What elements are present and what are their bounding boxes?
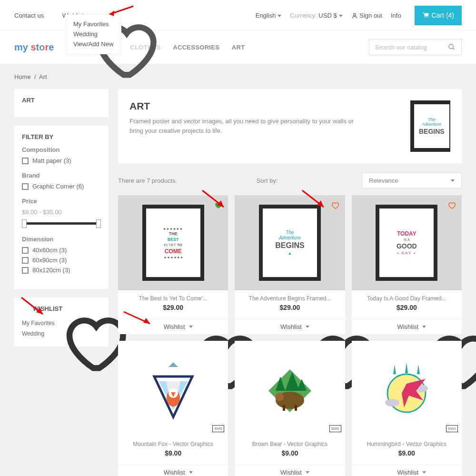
signout-link[interactable]: Sign out <box>351 12 382 20</box>
list-bar: There are 7 products. Sort by: Relevance <box>118 173 462 188</box>
search-icon <box>448 43 456 51</box>
svg-point-9 <box>385 399 399 407</box>
filter-d1[interactable]: 40x60cm (3) <box>22 247 101 254</box>
search-input[interactable]: Search our catalog <box>369 39 462 55</box>
wishlist-heart-icon[interactable] <box>331 201 339 209</box>
logo[interactable]: my store <box>14 42 54 53</box>
hero-image: TheAdventureBEGINS <box>410 100 450 152</box>
info-link[interactable]: Info <box>391 12 401 19</box>
add-wishlist-button[interactable]: Wishlist <box>118 465 228 476</box>
wishlist-dropdown: My Favorites Wedding View/Add New <box>65 14 121 54</box>
svg-rect-6 <box>283 405 285 411</box>
dropdown-item[interactable]: View/Add New <box>73 40 113 50</box>
svg-point-0 <box>353 14 356 16</box>
filter-graphic[interactable]: Graphic Corner (6) <box>22 183 101 190</box>
svg-rect-7 <box>295 405 297 411</box>
product-card[interactable]: ►►►►►►THEBESTIS YET TOCOME◄◄◄◄◄◄ The Bes… <box>118 195 228 334</box>
product-card[interactable]: TODAYIS AGOOD• DAY • Today Is A Good Day… <box>352 195 462 334</box>
sort-select[interactable]: Relevance <box>362 173 462 188</box>
currency-select[interactable]: Currency: USD $ <box>290 12 342 19</box>
add-wishlist-button[interactable]: Wishlist <box>235 319 345 334</box>
add-wishlist-button[interactable]: Wishlist <box>235 465 345 476</box>
contact-link[interactable]: Contact us <box>14 12 44 19</box>
add-wishlist-button[interactable]: Wishlist <box>352 319 462 334</box>
breadcrumb-art[interactable]: Art <box>39 73 47 80</box>
product-card[interactable]: SVG Mountain Fox - Vector Graphics$9.00 … <box>118 341 228 476</box>
product-card[interactable]: TheAdventureBEGINS▲ The Adventure Begins… <box>235 195 345 334</box>
nav-art[interactable]: ART <box>232 44 245 51</box>
topbar: Contact us Wishlist My Favorites Wedding… <box>0 0 476 30</box>
filter-box: FILTER BY Composition Matt paper (3) Bra… <box>14 126 109 289</box>
filter-d3[interactable]: 80x120cm (3) <box>22 267 101 274</box>
product-card[interactable]: SVG Brown Bear - Vector Graphics$9.00 Wi… <box>235 341 345 476</box>
product-grid: ►►►►►►THEBESTIS YET TOCOME◄◄◄◄◄◄ The Bes… <box>118 195 462 476</box>
price-slider[interactable] <box>22 219 101 228</box>
cart-button[interactable]: Cart (4) <box>415 6 462 25</box>
filter-d2[interactable]: 60x90cm (3) <box>22 257 101 264</box>
product-card[interactable]: SVG Hummingbird - Vector Graphics$9.00 W… <box>352 341 462 476</box>
filter-matt[interactable]: Matt paper (3) <box>22 157 101 164</box>
add-wishlist-button[interactable]: Wishlist <box>118 319 228 334</box>
category-hero: ARTFramed poster and vector images, all … <box>118 89 462 163</box>
svg-point-5 <box>275 393 284 401</box>
wishlist-sidebar: WISHLIST My Favorites Wedding <box>14 298 109 347</box>
language-select[interactable]: English <box>256 12 282 19</box>
sidebar: ART FILTER BY Composition Matt paper (3)… <box>14 89 109 476</box>
dropdown-item[interactable]: Wedding <box>73 30 113 40</box>
svg-point-1 <box>449 44 453 49</box>
heart-icon <box>22 306 29 312</box>
heart-icon <box>52 12 59 19</box>
product-content: ARTFramed poster and vector images, all … <box>118 89 462 476</box>
breadcrumb-home[interactable]: Home <box>14 73 31 80</box>
category-title-box: ART <box>14 89 109 117</box>
wishlist-heart-icon[interactable] <box>214 201 222 209</box>
hero-desc: Framed poster and vector images, all you… <box>129 117 358 135</box>
add-wishlist-button[interactable]: Wishlist <box>352 465 462 476</box>
main-content: Home / Art ART FILTER BY Composition Mat… <box>0 64 476 476</box>
dropdown-item[interactable]: My Favorites <box>73 20 113 30</box>
wishlist-heart-icon[interactable] <box>447 201 456 209</box>
hero-title: ART <box>129 100 401 112</box>
